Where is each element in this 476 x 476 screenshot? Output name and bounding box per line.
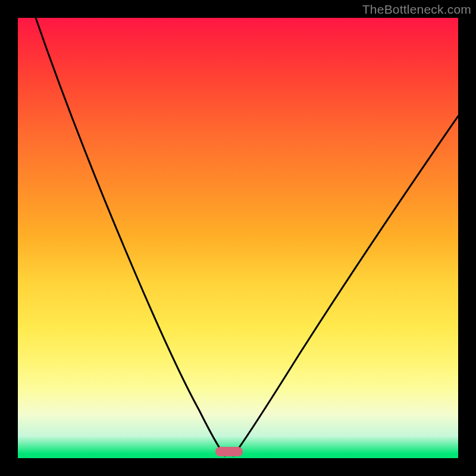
chart-frame: TheBottleneck.com <box>0 0 476 476</box>
curve-left-branch <box>36 18 225 456</box>
optimal-marker <box>215 447 243 456</box>
watermark-text: TheBottleneck.com <box>362 2 471 17</box>
bottleneck-curve <box>18 18 458 458</box>
plot-area <box>18 18 458 458</box>
curve-right-branch <box>233 116 458 456</box>
